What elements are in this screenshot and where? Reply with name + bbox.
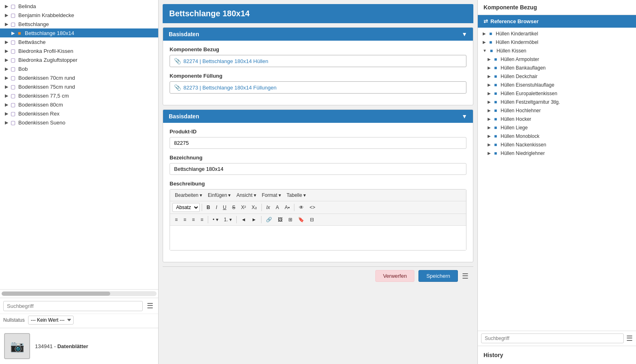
produkt-id-input[interactable] <box>170 137 466 149</box>
left-hamburger-button[interactable]: ☰ <box>145 301 155 311</box>
toolbar-sep-4 <box>208 216 208 223</box>
scrollbar-row <box>0 289 158 298</box>
toolbar-superscript-button[interactable]: X² <box>239 203 248 211</box>
preview-icon: 📷 <box>4 333 30 359</box>
toolbar-indent-button[interactable]: ► <box>249 216 259 224</box>
bezeichnung-input[interactable] <box>170 163 466 175</box>
toolbar-tabelle[interactable]: Tabelle ▾ <box>284 191 308 199</box>
preview-text: 134941 - Datenblätter <box>35 343 88 349</box>
toolbar-ansicht[interactable]: Ansicht ▾ <box>234 191 258 199</box>
editor-container: Bearbeiten ▾ Einfügen ▾ Ansicht ▾ Format… <box>170 189 466 251</box>
right-tree-item[interactable]: ▶■Hüllen Monoblock <box>478 132 636 140</box>
chevron-down-icon-1[interactable]: ▼ <box>462 31 467 37</box>
toolbar-special-button[interactable]: ⊟ <box>307 216 316 224</box>
right-tree-item[interactable]: ▶■Hüllen Deckchair <box>478 72 636 81</box>
left-sidebar: ▶▢Belinda▶▢Benjamin Krabbeldecke▶▢Bettsc… <box>0 0 159 364</box>
left-tree-item[interactable]: ▶▢Bodenkissen 77,5 cm <box>0 91 158 100</box>
scrollbar-thumb[interactable] <box>2 292 110 296</box>
toolbar-align-left-button[interactable]: ≡ <box>172 216 180 224</box>
toolbar-format[interactable]: Format ▾ <box>259 191 283 199</box>
field-group-fuellung: Komponente Füllung 📎 82273 | Bettschlang… <box>170 73 466 94</box>
toolbar-align-justify-button[interactable]: ≡ <box>198 216 206 224</box>
left-tree-item[interactable]: ▶▢Bodenkissen Sueno <box>0 118 158 127</box>
verwerfen-button[interactable]: Verwerfen <box>375 270 415 282</box>
card-header-1: Basisdaten ▼ <box>163 28 473 41</box>
paragraph-select[interactable]: Absatz <box>172 203 200 212</box>
field-group-bezeichnung: Bezeichnung <box>170 155 466 175</box>
card-header-2-label: Basisdaten <box>169 113 199 120</box>
pin-icon-bezug: 📎 <box>174 58 181 64</box>
right-tree-item[interactable]: ▶■Hüllen Armpolster <box>478 55 636 63</box>
left-tree-item[interactable]: ▶▢Belinda <box>0 2 158 11</box>
toolbar-align-center-button[interactable]: ≡ <box>181 216 189 224</box>
left-tree-item[interactable]: ▶▢Bodenkissen 75cm rund <box>0 82 158 91</box>
bottom-hamburger-button[interactable]: ☰ <box>462 272 468 281</box>
left-tree-item[interactable]: ▶▢Biedronka Zugluftstopper <box>0 55 158 64</box>
right-hamburger-button[interactable]: ☰ <box>626 334 633 343</box>
nullstatus-select[interactable]: --- Kein Wert --- <box>28 316 74 325</box>
speichern-button[interactable]: Speichern <box>418 270 458 282</box>
toolbar-align-right-button[interactable]: ≡ <box>189 216 197 224</box>
right-tree-item[interactable]: ▶■Hüllen Europalettenkissen <box>478 89 636 98</box>
nullstatus-label: Nullstatus <box>3 317 25 323</box>
left-tree-item[interactable]: ▶▢Bodenkissen Rex <box>0 109 158 118</box>
toolbar-bearbeiten[interactable]: Bearbeiten ▾ <box>172 191 205 199</box>
left-tree-item-label: Bodenkissen Sueno <box>18 120 65 126</box>
card-header-2: Basisdaten ▼ <box>163 110 473 123</box>
right-tree-item[interactable]: ▶■Hüllen Hochlehner <box>478 106 636 115</box>
left-tree-item-label: Bob <box>18 66 28 72</box>
right-tree-item-label: Hüllen Eisenstuhlauflage <box>501 82 554 88</box>
pin-icon-fuellung: 📎 <box>174 84 181 91</box>
ref-input-fuellung[interactable]: 📎 82273 | Bettschlange 180x14 Füllungen <box>170 81 466 94</box>
left-tree-item[interactable]: ▶▢Biedronka Profil-Kissen <box>0 46 158 55</box>
right-tree-item-label: Hüllen Kinderartikel <box>496 31 538 37</box>
right-tree-item[interactable]: ▶■Hüllen Festzeltgarnitur 3tlg. <box>478 98 636 106</box>
toolbar-table-insert-button[interactable]: ⊞ <box>286 216 295 224</box>
toolbar-subscript-button[interactable]: X₂ <box>249 203 259 211</box>
right-tree-item[interactable]: ▶■Hüllen Bankauflagen <box>478 63 636 72</box>
main-content: Bettschlange 180x14 Basisdaten ▼ Kompone… <box>159 0 477 364</box>
ref-value-bezug: 82274 | Bettschlange 180x14 Hüllen <box>183 58 268 64</box>
toolbar-image-button[interactable]: 🖼 <box>275 216 285 224</box>
right-tree-item[interactable]: ▶■Hüllen Nackenkissen <box>478 140 636 149</box>
toolbar-underline-button[interactable]: U <box>220 203 229 211</box>
right-search-input[interactable] <box>481 333 624 343</box>
left-tree-item[interactable]: ▶▢Bob <box>0 64 158 73</box>
ref-input-bezug[interactable]: 📎 82274 | Bettschlange 180x14 Hüllen <box>170 55 466 67</box>
right-tree-item[interactable]: ▶■Hüllen Kindermöbel <box>478 38 636 46</box>
toolbar-ordered-list-button[interactable]: 1. ▾ <box>222 216 234 224</box>
nullstatus-row: Nullstatus --- Kein Wert --- <box>0 314 158 328</box>
right-tree-item[interactable]: ▼■Hüllen Kissen <box>478 46 636 55</box>
chevron-down-icon-2[interactable]: ▼ <box>462 113 467 120</box>
toolbar-bg-color-button[interactable]: A▪ <box>282 203 292 211</box>
preview-id: 134941 <box>35 343 52 349</box>
toolbar-einfuegen[interactable]: Einfügen ▾ <box>205 191 233 199</box>
left-search-input[interactable] <box>3 301 143 311</box>
preview-label: Datenblätter <box>57 343 88 349</box>
toolbar-strikethrough-button[interactable]: S <box>230 203 238 211</box>
right-tree-item[interactable]: ▶■Hüllen Kinderartikel <box>478 29 636 38</box>
toolbar-bookmark-button[interactable]: 🔖 <box>296 216 307 224</box>
toolbar-unordered-list-button[interactable]: • ▾ <box>210 216 221 224</box>
toolbar-italic-button[interactable]: I <box>213 203 220 211</box>
left-tree-item[interactable]: ▶■Bettschlange 180x14 <box>0 28 158 37</box>
left-tree-item[interactable]: ▶▢Bodenkissen 80cm <box>0 100 158 109</box>
toolbar-link-button[interactable]: 🔗 <box>264 216 274 224</box>
left-tree-item[interactable]: ▶▢Bodenkissen 70cm rund <box>0 73 158 82</box>
left-tree-item[interactable]: ▶▢Bettschlange <box>0 20 158 28</box>
right-tree-item[interactable]: ▶■Hüllen Hocker <box>478 115 636 123</box>
toolbar-source-button[interactable]: <> <box>307 203 318 211</box>
right-tree-item[interactable]: ▶■Hüllen Eisenstuhlauflage <box>478 81 636 89</box>
right-tree-item[interactable]: ▶■Hüllen Niedriglehner <box>478 149 636 157</box>
toolbar-bold-button[interactable]: B <box>204 203 213 211</box>
right-tree-item[interactable]: ▶■Hüllen Liege <box>478 123 636 132</box>
toolbar-outdent-button[interactable]: ◄ <box>239 216 248 224</box>
toolbar-font-color-button[interactable]: A <box>273 203 281 211</box>
editor-area[interactable] <box>170 226 466 250</box>
left-tree-item[interactable]: ▶▢Benjamin Krabbeldecke <box>0 11 158 20</box>
toolbar-preview-button[interactable]: 👁 <box>296 203 306 211</box>
left-tree-item-label: Bodenkissen 70cm rund <box>18 75 75 81</box>
ref-browser-icon: ⇄ <box>484 18 488 24</box>
left-tree-item[interactable]: ▶▢Bettwäsche <box>0 37 158 46</box>
toolbar-clear-formatting-button[interactable]: Ix <box>264 203 272 211</box>
